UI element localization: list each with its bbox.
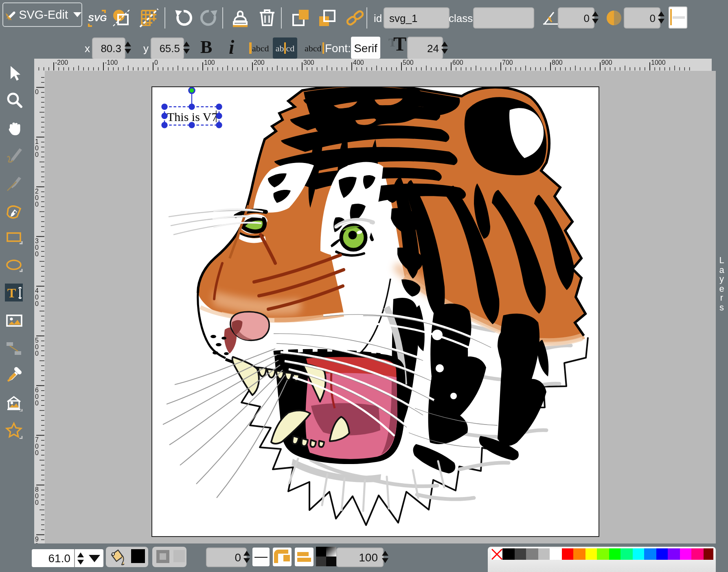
svg-text:500: 500	[403, 59, 414, 66]
svg-text:0: 0	[35, 293, 39, 300]
svg-text:-200: -200	[55, 59, 68, 66]
svg-text:0: 0	[35, 194, 39, 201]
svg-text:5: 5	[35, 337, 39, 343]
svg-text:0: 0	[35, 88, 39, 95]
svg-text:0: 0	[35, 449, 39, 456]
svg-text:This is V7: This is V7	[167, 110, 217, 123]
svg-text:1: 1	[35, 138, 39, 145]
svg-text:900: 900	[601, 59, 612, 66]
svg-text:0: 0	[35, 499, 39, 506]
svg-text:0: 0	[35, 144, 39, 151]
svg-text:0: 0	[154, 59, 158, 66]
svg-text:600: 600	[452, 59, 463, 66]
svg-text:1000: 1000	[651, 59, 666, 66]
svg-text:0: 0	[35, 350, 39, 356]
svg-text:200: 200	[254, 59, 265, 66]
svg-text:4: 4	[35, 287, 39, 294]
svg-text:0: 0	[35, 244, 39, 251]
svg-text:800: 800	[552, 59, 563, 66]
svg-text:7: 7	[35, 436, 39, 443]
svg-text:0: 0	[35, 250, 39, 257]
svg-text:300: 300	[303, 59, 314, 66]
svg-text:T: T	[7, 286, 16, 300]
svg-text:0: 0	[35, 200, 39, 207]
svg-text:0: 0	[35, 343, 39, 350]
svg-text:3: 3	[35, 237, 39, 244]
svg-text:0: 0	[35, 300, 39, 307]
svg-text:0: 0	[35, 442, 39, 449]
svg-text:-100: -100	[105, 59, 118, 66]
svg-text:6: 6	[35, 386, 39, 393]
svg-text:0: 0	[35, 151, 39, 158]
svg-text:9: 9	[35, 535, 39, 542]
svg-text:0: 0	[35, 399, 39, 406]
svg-text:0: 0	[35, 393, 39, 400]
svg-text:2: 2	[35, 187, 39, 194]
svg-text:400: 400	[353, 59, 364, 66]
svg-text:8: 8	[35, 486, 39, 493]
svg-text:SVG: SVG	[88, 13, 107, 23]
svg-text:700: 700	[502, 59, 513, 66]
svg-text:0: 0	[35, 492, 39, 499]
svg-text:100: 100	[204, 59, 215, 66]
